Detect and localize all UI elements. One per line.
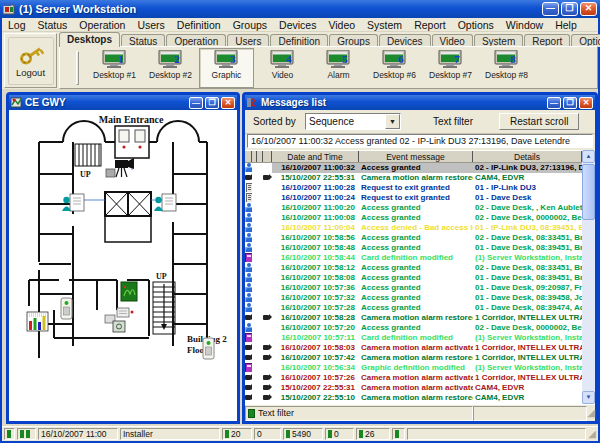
message-row[interactable]: 16/10/2007 10:57:42Camera motion alarm r… — [245, 353, 582, 363]
menu-item-groups[interactable]: Groups — [227, 18, 273, 32]
desktop-button-2[interactable]: 2Desktop #2 — [143, 48, 198, 88]
message-row[interactable]: 15/10/2007 22:55:31Camera motion alarm a… — [245, 383, 582, 393]
desktop-button-6[interactable]: 6Desktop #6 — [367, 48, 422, 88]
message-row[interactable]: 16/10/2007 10:58:08Access granted01 - Da… — [245, 273, 582, 283]
messages-maximize-button[interactable]: ❐ — [563, 97, 577, 109]
camera-icon — [263, 343, 272, 352]
menu-item-video[interactable]: Video — [322, 18, 361, 32]
scrollbar-thumb[interactable] — [582, 164, 595, 220]
close-button[interactable]: ✕ — [580, 2, 597, 16]
equipment-icons[interactable] — [105, 308, 134, 332]
message-row[interactable]: 16/10/2007 10:57:20Access granted02 - Da… — [245, 323, 582, 333]
desktop-button-1[interactable]: 1Desktop #1 — [87, 48, 142, 88]
camera-icon — [245, 393, 252, 402]
menu-item-window[interactable]: Window — [500, 18, 549, 32]
message-row[interactable]: 16/10/2007 10:58:56Access granted02 - Da… — [245, 233, 582, 243]
tab-strip: DesktopsStatusOperationUsersDefinitionGr… — [59, 32, 600, 47]
messages-close-button[interactable]: ✕ — [579, 97, 593, 109]
minimize-button[interactable]: — — [542, 2, 559, 16]
message-row[interactable]: 16/10/2007 10:58:48Access granted01 - Da… — [245, 243, 582, 253]
chart-icon[interactable] — [27, 312, 48, 331]
row-details: 02 - Dave Desk, 08:33451, Bren — [473, 233, 582, 243]
window-resize-grip[interactable]: ◢ — [588, 429, 596, 439]
message-row[interactable]: 15/10/2007 22:55:10Camera motion alarm r… — [245, 393, 582, 403]
message-row[interactable]: 16/10/2007 11:00:04Access denied - Bad a… — [245, 223, 582, 233]
menu-item-options[interactable]: Options — [452, 18, 500, 32]
svg-text:3: 3 — [230, 53, 236, 65]
message-row[interactable]: 16/10/2007 11:00:32Access granted02 - IP… — [245, 163, 582, 173]
menu-item-definition[interactable]: Definition — [171, 18, 227, 32]
desktop-button-5[interactable]: 5Alarm — [311, 48, 366, 88]
column-date[interactable]: Date and Time — [272, 151, 359, 162]
message-row[interactable]: 16/10/2007 10:58:28Camera motion alarm r… — [245, 313, 582, 323]
menu-item-log[interactable]: Log — [2, 18, 32, 32]
messages-window-title-bar[interactable]: Messages list — ❐ ✕ — [245, 95, 595, 110]
message-row[interactable]: 16/10/2007 10:57:26Camera motion alarm a… — [245, 373, 582, 383]
tab-desktops[interactable]: Desktops — [59, 32, 120, 47]
messages-scrollbar[interactable]: ▲ ▼ — [582, 150, 595, 404]
text-filter-button[interactable]: Text filter — [425, 114, 481, 129]
maximize-button[interactable]: ❐ — [561, 2, 578, 16]
messages-minimize-button[interactable]: — — [547, 97, 561, 109]
message-row[interactable]: 16/10/2007 10:57:32Access granted01 - Da… — [245, 293, 582, 303]
toolbar-grip[interactable] — [76, 51, 79, 85]
column-icon-4[interactable] — [263, 151, 272, 162]
card-reader-icon-left[interactable] — [62, 194, 84, 211]
message-row[interactable]: 16/10/2007 11:00:20Access granted02 - Da… — [245, 203, 582, 213]
message-row[interactable]: 16/10/2007 11:00:08Access granted02 - Da… — [245, 213, 582, 223]
map-close-button[interactable]: ✕ — [221, 97, 235, 109]
map-window-title-bar[interactable]: CE GWY — ❐ ✕ — [9, 95, 237, 110]
title-bar[interactable]: (1) Server Workstation — ❐ ✕ — [0, 0, 600, 18]
row-date: 16/10/2007 11:00:04 — [272, 223, 359, 233]
column-event[interactable]: Event message — [359, 151, 473, 162]
row-event: Camera motion alarm restored — [359, 313, 473, 323]
message-row[interactable]: 16/10/2007 11:00:28Request to exit grant… — [245, 183, 582, 193]
ptz-camera-icon[interactable] — [106, 158, 134, 177]
message-row[interactable]: 16/10/2007 10:58:03Camera motion alarm a… — [245, 343, 582, 353]
message-row[interactable]: 16/10/2007 10:57:36Access granted01 - Da… — [245, 283, 582, 293]
menu-item-report[interactable]: Report — [408, 18, 452, 32]
message-row[interactable]: 15/10/2007 22:55:31Camera motion alarm r… — [245, 173, 582, 183]
row-event: Camera motion alarm restored — [359, 393, 473, 403]
reader-icon-left[interactable] — [61, 298, 72, 319]
row-details: 01 - Dave Desk — [473, 193, 582, 203]
desktop-button-7[interactable]: 7Desktop #7 — [423, 48, 478, 88]
column-details[interactable]: Details — [473, 151, 582, 162]
row-details: 01 - Dave Desk, 08:39474, Admi — [473, 303, 582, 313]
row-details: (1) Server Workstation, Installer — [473, 363, 582, 373]
map-minimize-button[interactable]: — — [189, 97, 203, 109]
exit-icon — [245, 183, 252, 192]
scroll-up-icon[interactable]: ▲ — [582, 150, 595, 163]
row-event: Camera motion alarm restored — [359, 353, 473, 363]
restart-scroll-button[interactable]: Restart scroll — [499, 113, 579, 130]
reader-icon-right[interactable] — [203, 338, 214, 359]
menu-item-status[interactable]: Status — [32, 18, 74, 32]
card-reader-icon-right[interactable] — [154, 194, 176, 211]
menu-item-system[interactable]: System — [361, 18, 408, 32]
desktop-button-4[interactable]: 4Video — [255, 48, 310, 88]
desktop-button-3[interactable]: 3Graphic — [199, 48, 254, 88]
chevron-down-icon[interactable]: ▼ — [385, 114, 400, 129]
messages-controls: Sorted by Sequence ▼ Text filter Restart… — [245, 110, 595, 134]
messages-resize-grip[interactable]: ◢ — [587, 408, 595, 418]
message-row[interactable]: 16/10/2007 11:00:24Request to exit grant… — [245, 193, 582, 203]
exit-icon — [245, 193, 252, 202]
menu-item-operation[interactable]: Operation — [73, 18, 131, 32]
message-row[interactable]: 16/10/2007 10:57:28Access granted01 - Da… — [245, 303, 582, 313]
column-icon-1[interactable] — [245, 151, 252, 162]
message-row[interactable]: 16/10/2007 10:58:12Access granted02 - Da… — [245, 263, 582, 273]
menu-item-help[interactable]: Help — [549, 18, 583, 32]
message-row[interactable]: 16/10/2007 10:57:11Card definition modif… — [245, 333, 582, 343]
sorted-by-label: Sorted by — [253, 116, 305, 127]
message-row[interactable]: 16/10/2007 10:58:44Card definition modif… — [245, 253, 582, 263]
scroll-down-icon[interactable]: ▼ — [582, 391, 595, 404]
map-maximize-button[interactable]: ❐ — [205, 97, 219, 109]
message-row[interactable]: 16/10/2007 10:56:34Graphic definition mo… — [245, 363, 582, 373]
logout-button[interactable]: Logout — [8, 37, 54, 85]
desktop-button-8[interactable]: 8Desktop #8 — [479, 48, 534, 88]
monitor-icon: 3 — [214, 50, 240, 70]
sort-combobox[interactable]: Sequence ▼ — [305, 113, 401, 130]
menu-item-users[interactable]: Users — [131, 18, 170, 32]
menu-item-devices[interactable]: Devices — [273, 18, 322, 32]
footer-filter-label: Text filter — [258, 408, 294, 418]
